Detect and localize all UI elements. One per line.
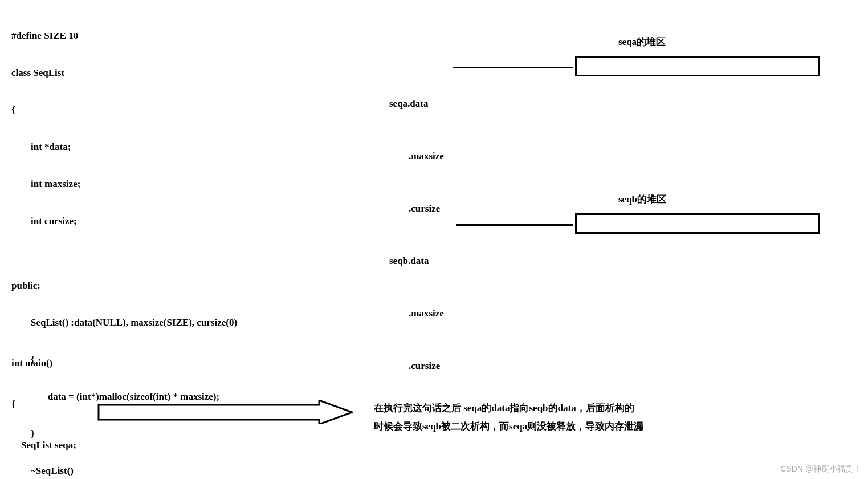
code-line: SeqList() :data(NULL), maxsize(SIZE), cu… (11, 318, 237, 327)
code-line: int maxsize; (11, 179, 237, 189)
code-line: public: (11, 281, 237, 290)
heap-box-a (575, 56, 820, 76)
seqb-struct-labels: seqb.data .maxsize .cursize (389, 218, 444, 392)
heap-a-title: seqa的堆区 (618, 35, 666, 48)
heap-box-b (575, 213, 820, 234)
explanation-text: 在执行完这句话之后 seqa的data指向seqb的data，后面析构的 时候会… (374, 399, 643, 436)
seqa-maxsize-label: .maxsize (389, 148, 444, 165)
seqb-data-label: seqb.data (389, 253, 444, 270)
connector-line-b (456, 224, 573, 226)
watermark: CSDN @神厨小福贵！ (780, 464, 861, 474)
heap-b-title: seqb的堆区 (618, 193, 666, 206)
svg-marker-0 (99, 400, 352, 424)
code-line: int *data; (11, 142, 237, 152)
code-line: int cursize; (11, 216, 237, 226)
seqa-cursize-label: .cursize (389, 200, 444, 218)
explanation-line-2: 时候会导致seqb被二次析构，而seqa则没被释放，导致内存泄漏 (374, 417, 643, 436)
assignment-arrow-icon (97, 400, 353, 424)
code-line: #define SIZE 10 (11, 31, 237, 40)
seqb-cursize-label: .cursize (389, 358, 444, 375)
code-line: SeqList seqa; (11, 440, 77, 451)
explanation-line-1: 在执行完这句话之后 seqa的data指向seqb的data，后面析构的 (374, 399, 643, 417)
code-line: { (11, 105, 237, 115)
seqa-struct-labels: seqa.data .maxsize .cursize (389, 60, 444, 235)
code-line: int main() (11, 358, 77, 369)
code-line: { (11, 399, 77, 410)
seqa-data-label: seqa.data (389, 95, 444, 113)
connector-line-a (453, 67, 573, 68)
code-line: class SeqList (11, 68, 237, 78)
seqb-maxsize-label: .maxsize (389, 305, 444, 323)
main-block: int main() { SeqList seqa; SeqList seqb;… (11, 335, 77, 479)
